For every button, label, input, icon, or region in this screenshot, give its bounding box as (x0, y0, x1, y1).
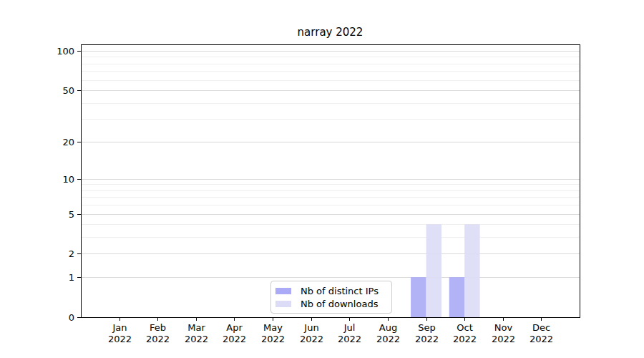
x-tick-label-month: Dec (532, 322, 550, 333)
x-tick-label-year: 2022 (415, 334, 439, 344)
x-tick-label-month: Apr (226, 322, 243, 333)
bar-downloads (426, 224, 441, 317)
legend-label-downloads: Nb of downloads (301, 299, 378, 309)
y-tick-label: 10 (62, 174, 74, 185)
chart-figure: narray 2022 0125102050100Jan2022Feb2022M… (0, 0, 644, 358)
legend-item-downloads: Nb of downloads (275, 299, 386, 309)
plot-border (82, 45, 580, 318)
bar-downloads (464, 224, 479, 317)
bar-distinct-ips (449, 277, 464, 317)
x-tick-label-month: Feb (150, 322, 166, 333)
legend-swatch-distinct-ips-icon (275, 288, 291, 294)
x-tick-label-month: Oct (457, 322, 472, 333)
y-tick-label: 100 (57, 46, 74, 57)
x-tick-label-month: Jan (112, 322, 127, 333)
x-tick-label-year: 2022 (223, 334, 246, 344)
x-tick-label-year: 2022 (146, 334, 170, 344)
x-tick-label-year: 2022 (261, 334, 285, 344)
x-tick-label-month: Nov (494, 322, 513, 333)
x-tick-label-year: 2022 (338, 334, 361, 344)
x-tick-label-month: Jul (343, 322, 356, 333)
y-tick-label: 5 (69, 209, 74, 220)
x-tick-label-year: 2022 (108, 334, 132, 344)
x-tick-label-year: 2022 (185, 334, 208, 344)
x-tick-label-year: 2022 (453, 334, 477, 344)
y-tick-label: 2 (69, 248, 74, 259)
y-tick-label: 20 (62, 137, 74, 147)
x-tick-label-month: May (263, 322, 283, 333)
y-tick-label: 0 (69, 312, 74, 323)
x-tick-label-year: 2022 (376, 334, 400, 344)
legend-swatch-downloads-icon (275, 301, 291, 307)
x-tick-label-year: 2022 (300, 334, 323, 344)
x-tick-label-year: 2022 (492, 334, 515, 344)
x-tick-label-month: Jun (303, 322, 318, 333)
x-tick-label-year: 2022 (530, 334, 553, 344)
x-tick-label-month: Mar (187, 322, 205, 333)
bar-distinct-ips (411, 277, 426, 317)
x-tick-label-month: Aug (379, 322, 397, 333)
x-tick-label-month: Sep (418, 322, 436, 333)
y-tick-label: 50 (62, 85, 74, 96)
y-tick-label: 1 (69, 272, 74, 283)
legend-item-distinct-ips: Nb of distinct IPs (275, 286, 386, 296)
legend: Nb of distinct IPs Nb of downloads (270, 281, 392, 314)
legend-label-distinct-ips: Nb of distinct IPs (301, 286, 379, 296)
